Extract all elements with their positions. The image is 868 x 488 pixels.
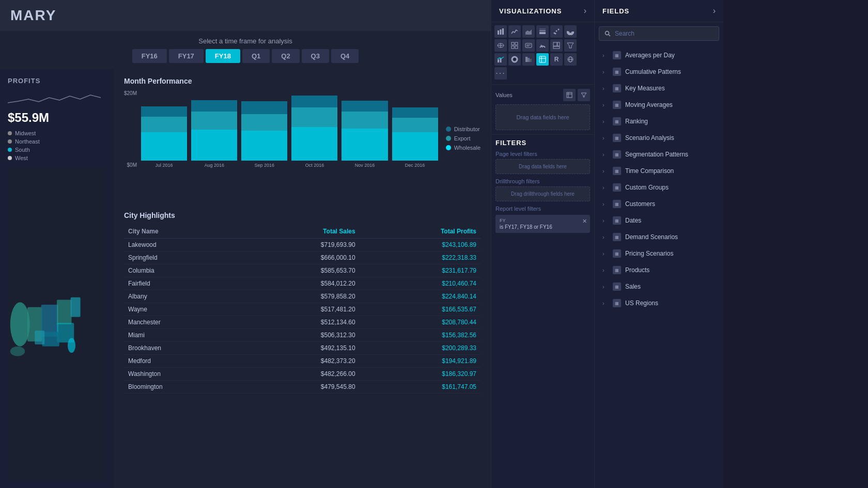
field-list-item[interactable]: › ▦ Demand Scenarios [595, 229, 723, 245]
bar-export-jul [141, 117, 187, 132]
viz-icon-moreoptions[interactable]: ··· [494, 67, 507, 80]
fields-search-box[interactable] [599, 26, 719, 41]
svg-rect-36 [553, 46, 560, 49]
svg-rect-35 [557, 42, 560, 46]
field-list-item[interactable]: › ▦ Moving Averages [595, 97, 723, 113]
bar-stack-nov [342, 101, 388, 161]
bar-distributor-dec [392, 107, 438, 118]
field-list-item[interactable]: › ▦ US Regions [595, 295, 723, 311]
viz-format-table[interactable] [563, 89, 576, 101]
svg-rect-34 [553, 42, 557, 46]
field-list-item[interactable]: › ▦ Averages per Day [595, 47, 723, 64]
fields-list: › ▦ Averages per Day › ▦ Cumulative Patt… [595, 45, 723, 488]
city-table-wrapper[interactable]: City Name Total Sales Total Profits Lake… [124, 225, 481, 395]
field-chevron: › [602, 151, 609, 158]
field-list-item[interactable]: › ▦ Customers [595, 196, 723, 212]
legend-dot-west [8, 156, 12, 160]
profit-cell: $231,617.79 [360, 264, 481, 277]
viz-icon-map[interactable] [494, 39, 507, 52]
page-filters-drag[interactable]: Drag data fields here [495, 159, 590, 174]
field-list-item[interactable]: › ▦ Time Comparison [595, 163, 723, 179]
field-list-item[interactable]: › ▦ Custom Groups [595, 179, 723, 196]
viz-icon-treemap[interactable] [550, 39, 563, 52]
svg-rect-12 [500, 29, 502, 35]
field-icon: ▦ [613, 249, 621, 258]
sales-cell: $585,653.70 [242, 264, 360, 277]
fields-title: FIELDS [602, 7, 629, 15]
time-btn-q1[interactable]: Q1 [242, 49, 270, 63]
time-btn-q4[interactable]: Q4 [331, 49, 359, 63]
field-list-item[interactable]: › ▦ Cumulative Patterns [595, 64, 723, 80]
sales-cell: $584,012.20 [242, 277, 360, 290]
svg-rect-44 [530, 59, 532, 62]
viz-icon-pie[interactable] [564, 25, 577, 38]
svg-point-21 [555, 33, 556, 35]
field-icon: ▦ [613, 200, 621, 208]
sales-cell: $476,383.40 [242, 393, 360, 396]
viz-icon-funnel[interactable] [564, 39, 577, 52]
sales-cell: $482,373.20 [242, 355, 360, 368]
table-row: Brookhaven$492,135.10$200,289.33 [124, 342, 481, 355]
viz-icon-combo[interactable] [494, 53, 507, 66]
viz-icon-gauge[interactable] [536, 39, 549, 52]
viz-icon-r[interactable]: R [550, 53, 563, 66]
main-dashboard: MARY Select a time frame for analysis FY… [0, 0, 491, 488]
viz-expand-icon[interactable]: › [584, 6, 586, 15]
field-icon: ▦ [613, 51, 621, 59]
profit-cell: $143,476.55 [360, 393, 481, 396]
field-list-item[interactable]: › ▦ Key Measures [595, 80, 723, 97]
viz-icon-donut[interactable] [508, 53, 521, 66]
right-panels: VISUALIZATIONS › [491, 0, 868, 488]
drillthrough-drag[interactable]: Drag drillthrough fields here [495, 186, 590, 201]
viz-drag-area[interactable]: Drag data fields here [495, 104, 590, 130]
svg-point-22 [568, 29, 573, 34]
field-icon: ▦ [613, 150, 621, 159]
active-filter-chip[interactable]: FY is FY17, FY18 or FY16 ✕ [495, 215, 590, 233]
field-list-item[interactable]: › ▦ Ranking [595, 113, 723, 130]
field-list-item[interactable]: › ▦ Segmentation Patterns [595, 146, 723, 163]
viz-icon-stacked-bar[interactable] [536, 25, 549, 38]
time-btn-q2[interactable]: Q2 [272, 49, 299, 63]
bar-label-oct: Oct 2016 [305, 163, 324, 168]
time-btn-q3[interactable]: Q3 [302, 49, 329, 63]
field-chevron: › [602, 118, 609, 124]
field-icon: ▦ [613, 117, 621, 125]
field-name: Ranking [625, 118, 716, 125]
field-list-item[interactable]: › ▦ Pricing Scenarios [595, 245, 723, 262]
svg-point-55 [606, 32, 609, 35]
fields-expand-icon[interactable]: › [713, 6, 716, 15]
y-axis: $20M $0M [124, 90, 137, 178]
field-name: Customers [625, 200, 716, 208]
field-chevron: › [602, 250, 609, 257]
viz-icon-scatter[interactable] [550, 25, 563, 38]
viz-icon-globe[interactable] [564, 53, 577, 66]
table-row: Medford$482,373.20$194,921.89 [124, 355, 481, 368]
svg-rect-28 [512, 46, 514, 49]
viz-icon-line[interactable] [508, 25, 521, 38]
time-btn-fy17[interactable]: FY17 [169, 49, 204, 63]
legend-label-midwest: Midwest [15, 130, 36, 136]
viz-format-filter[interactable] [578, 89, 590, 101]
field-list-item[interactable]: › ▦ Scenario Analysis [595, 130, 723, 146]
bar-distributor-aug [191, 100, 237, 112]
viz-icon-ribbon[interactable] [522, 53, 535, 66]
field-icon: ▦ [613, 84, 621, 92]
viz-icon-bar[interactable] [494, 25, 507, 38]
search-input[interactable] [615, 30, 714, 37]
field-chevron: › [602, 85, 609, 91]
field-list-item[interactable]: › ▦ Sales [595, 278, 723, 295]
viz-icon-card[interactable] [522, 39, 535, 52]
viz-icon-area[interactable] [522, 25, 535, 38]
city-highlights-section: City Highlights City Name Total Sales To… [114, 203, 491, 488]
viz-icon-matrix[interactable] [508, 39, 521, 52]
search-icon [605, 30, 611, 37]
profit-cell: $166,535.67 [360, 303, 481, 316]
time-btn-fy16[interactable]: FY16 [132, 49, 167, 63]
filter-chip-close[interactable]: ✕ [582, 218, 587, 225]
viz-values-label: Values [495, 92, 513, 98]
city-table-body: Lakewood$719,693.90$243,106.89Springfiel… [124, 239, 481, 396]
field-list-item[interactable]: › ▦ Dates [595, 212, 723, 229]
field-list-item[interactable]: › ▦ Products [595, 262, 723, 278]
viz-icon-table-active[interactable] [536, 53, 549, 66]
time-btn-fy18[interactable]: FY18 [206, 49, 240, 63]
